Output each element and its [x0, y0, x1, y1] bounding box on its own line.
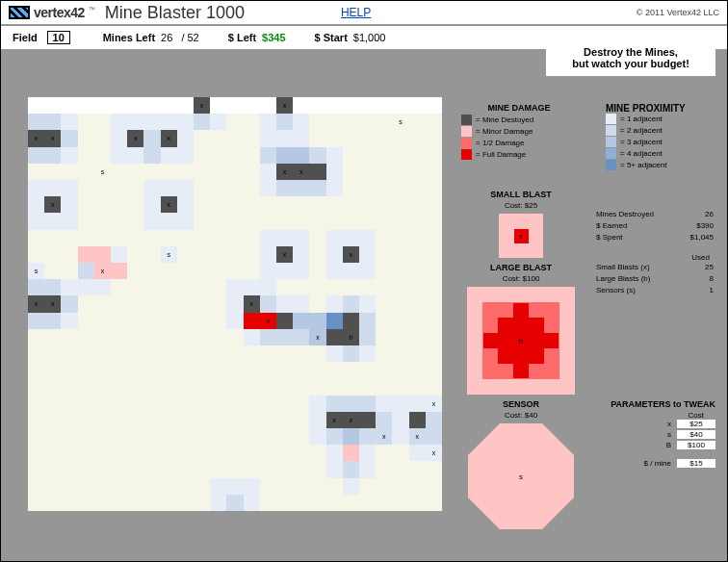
grid-cell[interactable] [44, 329, 61, 345]
grid-cell[interactable] [194, 130, 210, 146]
grid-cell[interactable] [226, 445, 243, 461]
grid-cell[interactable] [78, 295, 94, 312]
grid-cell[interactable] [276, 329, 293, 345]
grid-cell[interactable] [392, 147, 408, 164]
grid-cell[interactable] [111, 130, 127, 146]
grid-cell[interactable] [61, 428, 77, 445]
grid-cell[interactable] [78, 147, 94, 164]
grid-cell[interactable] [94, 180, 111, 196]
grid-cell[interactable] [244, 263, 260, 279]
grid-cell[interactable] [276, 164, 293, 180]
grid-cell[interactable] [309, 428, 325, 445]
grid-cell[interactable] [210, 130, 226, 146]
grid-cell[interactable] [260, 246, 276, 263]
grid-cell[interactable] [111, 246, 127, 263]
grid-cell[interactable] [309, 461, 325, 477]
grid-cell[interactable] [28, 164, 44, 180]
grid-cell[interactable] [426, 263, 442, 279]
grid-cell[interactable] [226, 396, 243, 412]
grid-cell[interactable] [78, 362, 94, 378]
grid-cell[interactable] [61, 97, 77, 114]
grid-cell[interactable] [28, 97, 44, 114]
grid-cell[interactable] [343, 396, 359, 412]
grid-cell[interactable] [226, 263, 243, 279]
grid-cell[interactable] [94, 295, 111, 312]
grid-cell[interactable] [177, 428, 194, 445]
grid-cell[interactable] [392, 461, 408, 477]
grid-cell[interactable] [409, 130, 426, 146]
grid-cell[interactable] [392, 478, 408, 495]
grid-cell[interactable] [127, 412, 143, 428]
grid-cell[interactable] [143, 230, 160, 246]
grid-cell[interactable] [309, 445, 325, 461]
grid-cell[interactable] [343, 180, 359, 196]
grid-cell[interactable] [409, 114, 426, 130]
grid-cell[interactable] [326, 412, 343, 428]
grid-cell[interactable] [326, 147, 343, 164]
grid-cell[interactable] [143, 130, 160, 146]
grid-cell[interactable] [426, 428, 442, 445]
grid-cell[interactable] [78, 180, 94, 196]
grid-cell[interactable] [392, 495, 408, 511]
grid-cell[interactable] [244, 345, 260, 362]
grid-cell[interactable] [44, 396, 61, 412]
grid-cell[interactable] [127, 378, 143, 395]
grid-cell[interactable] [94, 445, 111, 461]
grid-cell[interactable] [226, 345, 243, 362]
grid-cell[interactable] [61, 147, 77, 164]
grid-cell[interactable] [293, 295, 309, 312]
grid-cell[interactable] [392, 230, 408, 246]
grid-cell[interactable] [359, 428, 376, 445]
grid-cell[interactable] [210, 396, 226, 412]
grid-cell[interactable] [194, 396, 210, 412]
grid-cell[interactable] [359, 263, 376, 279]
grid-cell[interactable] [376, 180, 392, 196]
grid-cell[interactable] [309, 495, 325, 511]
grid-cell[interactable] [161, 362, 177, 378]
grid-cell[interactable] [111, 461, 127, 477]
grid-cell[interactable] [426, 362, 442, 378]
grid-cell[interactable] [409, 196, 426, 213]
grid-cell[interactable] [326, 378, 343, 395]
grid-cell[interactable] [260, 180, 276, 196]
grid-cell[interactable] [392, 279, 408, 295]
grid-cell[interactable] [161, 230, 177, 246]
grid-cell[interactable] [194, 478, 210, 495]
grid-cell[interactable] [426, 196, 442, 213]
grid-cell[interactable] [260, 147, 276, 164]
grid-cell[interactable] [226, 378, 243, 395]
grid-cell[interactable] [28, 345, 44, 362]
grid-cell[interactable] [194, 362, 210, 378]
grid-cell[interactable] [293, 313, 309, 329]
grid-cell[interactable] [94, 478, 111, 495]
grid-cell[interactable] [143, 279, 160, 295]
grid-cell[interactable] [260, 461, 276, 477]
grid-cell[interactable] [293, 428, 309, 445]
grid-cell[interactable] [143, 246, 160, 263]
grid-cell[interactable] [409, 279, 426, 295]
grid-cell[interactable] [177, 445, 194, 461]
grid-cell[interactable] [359, 313, 376, 329]
grid-cell[interactable] [426, 412, 442, 428]
grid-cell[interactable] [161, 213, 177, 229]
grid-cell[interactable] [78, 495, 94, 511]
grid-cell[interactable] [194, 329, 210, 345]
grid-cell[interactable] [309, 412, 325, 428]
grid-cell[interactable] [376, 230, 392, 246]
grid-cell[interactable] [161, 445, 177, 461]
grid-cell[interactable] [28, 263, 44, 279]
grid-cell[interactable] [309, 295, 325, 312]
grid-cell[interactable] [409, 362, 426, 378]
grid-cell[interactable] [161, 345, 177, 362]
grid-cell[interactable] [326, 130, 343, 146]
grid-cell[interactable] [409, 329, 426, 345]
grid-cell[interactable] [343, 295, 359, 312]
grid-cell[interactable] [343, 412, 359, 428]
grid-cell[interactable] [376, 378, 392, 395]
grid-cell[interactable] [260, 329, 276, 345]
grid-cell[interactable] [309, 345, 325, 362]
grid-cell[interactable] [161, 97, 177, 114]
grid-cell[interactable] [143, 164, 160, 180]
grid-cell[interactable] [309, 313, 325, 329]
grid-cell[interactable] [244, 329, 260, 345]
